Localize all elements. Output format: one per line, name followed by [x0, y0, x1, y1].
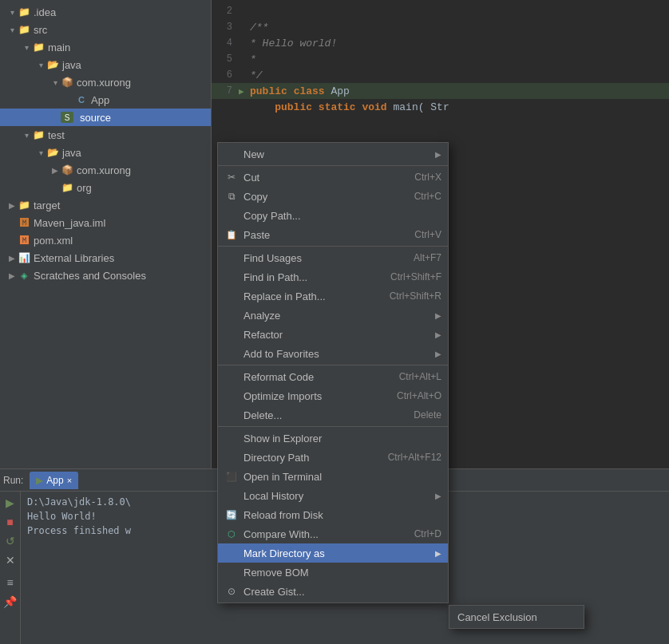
menu-item-copy[interactable]: ⧉ Copy Ctrl+C	[218, 187, 448, 206]
menu-shortcut-dir-path: Ctrl+Alt+F12	[388, 452, 441, 463]
tree-item-idea[interactable]: ▾ 📁 .idea	[0, 3, 211, 21]
menu-icon-reformat	[224, 369, 239, 384]
menu-label-find-usages: Find Usages	[243, 252, 407, 264]
code-line-7: 7 ▶ public class App	[212, 83, 669, 99]
menu-item-analyze[interactable]: Analyze ▶	[218, 306, 448, 325]
folder-icon-idea: 📁	[18, 6, 30, 18]
menu-label-show-explorer: Show in Explorer	[243, 433, 441, 444]
run-stop-btn[interactable]: ■	[2, 514, 18, 530]
tree-item-test-java[interactable]: ▾ 📂 java	[0, 144, 211, 161]
menu-item-find-path[interactable]: Find in Path... Ctrl+Shift+F	[218, 267, 448, 286]
menu-item-reformat[interactable]: Reformat Code Ctrl+Alt+L	[218, 367, 448, 386]
tree-label-source: source	[80, 112, 111, 124]
tree-item-com-xurong[interactable]: ▾ 📦 com.xurong	[0, 73, 211, 91]
menu-item-delete[interactable]: Delete... Delete	[218, 405, 448, 425]
menu-label-analyze: Analyze	[243, 310, 432, 322]
run-close-btn[interactable]: ✕	[2, 552, 18, 568]
line-num-5: 5	[215, 53, 239, 65]
menu-item-create-gist[interactable]: ⊙ Create Gist...	[218, 582, 448, 601]
menu-item-add-favorites[interactable]: Add to Favorites ▶	[218, 344, 448, 363]
menu-item-reload-disk[interactable]: 🔄 Reload from Disk	[218, 505, 448, 524]
folder-icon-src: 📁	[18, 23, 30, 36]
tree-item-scratches[interactable]: ▶ ◈ Scratches and Consoles	[0, 267, 211, 284]
menu-label-remove-bom: Remove BOM	[243, 567, 441, 579]
menu-item-open-terminal[interactable]: ⬛ Open in Terminal	[218, 467, 448, 486]
menu-item-copy-path[interactable]: Copy Path...	[218, 206, 448, 225]
tree-item-source[interactable]: S source	[0, 109, 211, 126]
tree-label-src: src	[34, 24, 47, 36]
tree-item-java[interactable]: ▾ 📂 java	[0, 56, 211, 73]
menu-divider-2	[218, 246, 448, 247]
menu-label-find-path: Find in Path...	[243, 271, 384, 283]
tree-label-test-java: java	[62, 147, 81, 159]
menu-item-find-usages[interactable]: Find Usages Alt+F7	[218, 248, 448, 267]
tree-arrow-com-xurong: ▾	[49, 78, 61, 87]
submenu-item-cancel-exclusion[interactable]: Cancel Exclusion	[449, 607, 584, 626]
run-settings-btn[interactable]: ≡	[2, 575, 18, 591]
tree-item-main[interactable]: ▾ 📁 main	[0, 38, 211, 56]
run-pin-btn[interactable]: 📌	[2, 594, 18, 610]
tree-label-test: test	[48, 129, 65, 141]
menu-shortcut-optimize: Ctrl+Alt+O	[397, 390, 441, 401]
menu-item-local-history[interactable]: Local History ▶	[218, 486, 448, 505]
folder-icon-test-java: 📂	[46, 146, 59, 159]
run-tab-app-label: App	[46, 475, 63, 486]
menu-item-replace-path[interactable]: Replace in Path... Ctrl+Shift+R	[218, 286, 448, 306]
tree-label-ext-libs: External Libraries	[34, 252, 114, 264]
tree-item-maven-iml[interactable]: 🅼 Maven_java.iml	[0, 214, 211, 231]
tree-item-com-xurong2[interactable]: ▶ 📦 com.xurong	[0, 161, 211, 179]
menu-item-show-explorer[interactable]: Show in Explorer	[218, 429, 448, 448]
menu-icon-new	[224, 147, 239, 161]
menu-item-dir-path[interactable]: Directory Path Ctrl+Alt+F12	[218, 448, 448, 467]
menu-label-paste: Paste	[243, 229, 408, 241]
tree-label-com-xurong: com.xurong	[77, 77, 131, 89]
menu-item-cut[interactable]: ✂ Cut Ctrl+X	[218, 168, 448, 187]
menu-label-reload-disk: Reload from Disk	[243, 509, 441, 521]
menu-item-new[interactable]: New ▶	[218, 144, 448, 164]
line-code-3: /**	[250, 22, 268, 34]
run-tab-close[interactable]: ×	[67, 476, 72, 485]
package-icon-com-xurong2: 📦	[61, 164, 73, 176]
submenu-label-cancel-exclusion: Cancel Exclusion	[457, 611, 537, 623]
menu-icon-find-path	[224, 270, 239, 284]
tree-arrow-idea: ▾	[6, 8, 18, 17]
run-play-btn[interactable]: ▶	[2, 495, 18, 511]
tree-arrow-src: ▾	[6, 26, 18, 34]
menu-item-refactor[interactable]: Refactor ▶	[218, 325, 448, 344]
tree-item-pom[interactable]: 🅼 pom.xml	[0, 231, 211, 249]
libs-icon: 📊	[18, 251, 30, 264]
kw-public: public	[250, 85, 287, 97]
iml-icon: 🅼	[18, 216, 30, 229]
run-rerun-btn[interactable]: ↺	[2, 533, 18, 549]
menu-item-mark-dir[interactable]: Mark Directory as ▶	[218, 543, 448, 563]
scratches-icon: ◈	[18, 269, 30, 282]
run-tab-app[interactable]: ▶ App ×	[30, 472, 78, 489]
menu-shortcut-compare: Ctrl+D	[414, 528, 441, 539]
menu-item-paste[interactable]: 📋 Paste Ctrl+V	[218, 225, 448, 244]
folder-icon-org: 📁	[61, 181, 73, 194]
tree-item-src[interactable]: ▾ 📁 src	[0, 21, 211, 38]
menu-label-new: New	[243, 148, 432, 160]
folder-icon-main: 📁	[32, 41, 45, 53]
menu-item-remove-bom[interactable]: Remove BOM	[218, 563, 448, 582]
menu-label-local-history: Local History	[243, 490, 432, 502]
menu-label-open-terminal: Open in Terminal	[243, 471, 441, 483]
menu-shortcut-reformat: Ctrl+Alt+L	[399, 371, 441, 382]
tree-label-app: App	[91, 94, 109, 106]
tree-item-org[interactable]: 📁 org	[0, 179, 211, 196]
menu-icon-paste: 📋	[224, 227, 239, 242]
code-line-3: 3 /**	[212, 19, 669, 35]
menu-label-copy: Copy	[243, 191, 408, 203]
code-line-5: 5 *	[212, 51, 669, 67]
line-code-5: *	[250, 53, 256, 65]
tree-item-test[interactable]: ▾ 📁 test	[0, 126, 211, 144]
submenu-mark-dir: Cancel Exclusion	[449, 605, 584, 629]
menu-item-optimize[interactable]: Optimize Imports Ctrl+Alt+O	[218, 386, 448, 405]
tree-arrow-ext-libs: ▶	[6, 254, 18, 263]
tree-item-target[interactable]: ▶ 📁 target	[0, 196, 211, 214]
menu-arrow-refactor: ▶	[435, 330, 441, 339]
menu-item-compare[interactable]: ⬡ Compare With... Ctrl+D	[218, 524, 448, 543]
tree-item-ext-libs[interactable]: ▶ 📊 External Libraries	[0, 249, 211, 267]
menu-icon-dir-path	[224, 450, 239, 464]
tree-item-app[interactable]: C App	[0, 91, 211, 109]
